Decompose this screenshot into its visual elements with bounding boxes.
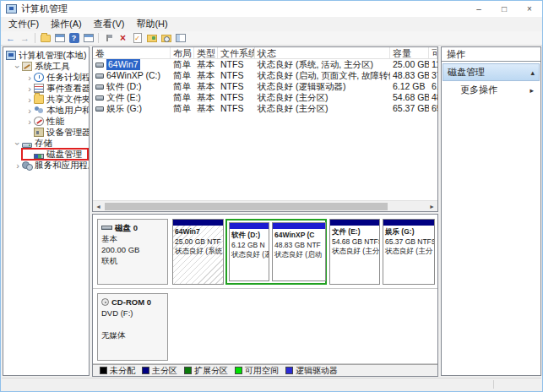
scroll-right-icon[interactable]: ► [426,201,437,212]
column-filesystem[interactable]: 文件系统 [218,47,255,58]
primary-partition-bar [173,220,223,226]
tree-item-disk-management[interactable]: 磁盘管理 [3,149,89,160]
more-actions-item[interactable]: 更多操作 ▸ [442,81,540,99]
tree-item-event-viewer[interactable]: › 事件查看器 [3,83,89,94]
task-scheduler-icon [34,73,44,82]
app-icon [6,4,17,14]
computer-management-window: 计算机管理 – □ × 文件(F) 操作(A) 查看(V) 帮助(H) ← → … [0,0,543,392]
collapse-icon[interactable]: ▴ [530,68,535,77]
primary-partition-bar [383,220,434,226]
horizontal-scrollbar[interactable]: ◄ ► [93,200,437,211]
tree-item-device-manager[interactable]: 设备管理器 [3,127,89,138]
volume-row-file-e[interactable]: 文件 (E:) 简单 基本 NTFS 状态良好 (主分区) 54.68 GB 4… [93,92,437,103]
menu-help[interactable]: 帮助(H) [130,17,173,31]
tree-item-services-apps[interactable]: › 服务和应用程序 [3,160,89,171]
window-title: 计算机管理 [21,3,68,15]
scrollbar-thumb[interactable] [105,203,388,210]
panel-view-icon[interactable] [174,32,187,44]
column-volume[interactable]: 卷 [93,47,171,58]
expander-icon[interactable]: › [25,117,34,126]
expander-icon[interactable]: › [25,106,34,115]
forward-icon[interactable]: → [19,32,31,44]
menu-view[interactable]: 查看(V) [88,17,131,31]
legend-color-swatch [184,367,192,374]
disk0-info[interactable]: 磁盘 0 基本 200.00 GB 联机 [97,219,168,285]
column-type[interactable]: 类型 [194,47,218,58]
shared-folders-icon [34,95,44,104]
partition-64win7[interactable]: 64Win7 25.00 GB NTF 状态良好 (系统 [172,219,224,285]
partition-entertainment-g[interactable]: 娱乐 (G:) 65.37 GB NTFS 状态良好 (主分 [383,219,435,285]
delete-icon[interactable]: × [117,32,129,44]
local-users-groups-icon [34,106,44,115]
volume-row-64winxp[interactable]: 64WinXP (C:) 简单 基本 NTFS 状态良好 (启动, 页面文件, … [93,70,437,81]
tree-item-shared-folders[interactable]: › 共享文件夹 [3,94,89,105]
toolbar: ← → ? × ✓ [1,31,542,46]
column-free[interactable]: 可用 [429,47,437,58]
tree-item-task-scheduler[interactable]: › 任务计划程序 [3,72,89,83]
cdrom-info[interactable]: CD-ROM 0 DVD (F:) 无媒体 [97,293,168,361]
partition-legend: 未分配 主分区 扩展分区 可用空间 逻辑驱动器 [93,364,437,376]
extended-partition-group: 软件 (D:) 6.12 GB N 状态良好 (逻 64WinXP (C 48.… [225,219,327,285]
legend-logical-drive: 逻辑驱动器 [285,365,338,377]
minimize-button[interactable]: – [466,1,491,17]
tree-item-storage[interactable]: › 存储 [3,138,89,149]
help-icon[interactable]: ? [68,32,80,44]
event-viewer-icon [34,84,44,93]
column-status[interactable]: 状态 [255,47,390,58]
performance-icon [34,117,44,126]
show-console-tree-icon[interactable] [39,32,52,44]
console-window-icon[interactable] [53,32,66,44]
expander-icon[interactable]: › [14,139,22,148]
partition-64winxp-c[interactable]: 64WinXP (C 48.83 GB NTF 状态良好 (启动 [272,222,326,281]
row-separator [93,288,437,289]
toolbar-separator [98,33,99,43]
legend-unallocated: 未分配 [100,365,135,377]
action-flag-icon[interactable] [102,32,115,44]
system-tools-icon [22,62,32,71]
expander-icon[interactable]: › [25,74,34,82]
back-icon[interactable]: ← [4,32,17,44]
disk-management-icon [34,154,44,159]
expander-icon[interactable]: › [25,95,34,104]
volume-icon [95,74,104,79]
expander-icon[interactable]: › [14,63,22,71]
submenu-arrow-icon: ▸ [529,86,534,95]
legend-color-swatch [235,367,242,374]
legend-color-swatch [100,367,107,374]
volume-icon [95,63,104,68]
expander-icon[interactable]: › [14,161,22,170]
device-manager-icon [34,128,44,137]
folder-up-icon[interactable] [145,32,158,44]
expander-icon[interactable]: › [25,84,34,93]
legend-free-space: 可用空间 [235,365,279,377]
show-action-pane-icon[interactable] [82,32,95,44]
tree-item-local-users-groups[interactable]: › 本地用户和组 [3,105,89,116]
primary-partition-bar [330,220,379,226]
volume-icon [95,106,104,112]
logical-drive-bar [230,223,269,229]
folder-search-icon[interactable] [160,32,172,44]
partition-software-d[interactable]: 软件 (D:) 6.12 GB N 状态良好 (逻 [229,222,269,281]
properties-icon[interactable]: ✓ [131,32,144,44]
disk0-row: 磁盘 0 基本 200.00 GB 联机 64Win7 25.00 GB NTF… [93,219,437,285]
menu-action[interactable]: 操作(A) [45,17,88,31]
menu-file[interactable]: 文件(F) [3,17,45,31]
console-tree: 计算机管理(本地) › 系统工具 › 任务计划程序 › 事件查看器 › 共享文件… [3,46,90,376]
cdrom-icon [101,298,109,306]
maximize-button[interactable]: □ [491,1,517,17]
column-layout[interactable]: 布局 [171,47,194,58]
storage-icon [22,143,32,148]
tree-item-performance[interactable]: › 性能 [3,116,89,127]
column-capacity[interactable]: 容量 [390,47,429,58]
volume-row-64win7[interactable]: 64Win7 简单 基本 NTFS 状态良好 (系统, 活动, 主分区) 25.… [93,59,437,70]
volume-row-software-d[interactable]: 软件 (D:) 简单 基本 NTFS 状态良好 (逻辑驱动器) 6.12 GB … [93,81,437,92]
tree-item-computer-management[interactable]: 计算机管理(本地) [3,50,89,61]
close-button[interactable]: × [517,1,542,17]
disk-graphical-pane: 磁盘 0 基本 200.00 GB 联机 64Win7 25.00 GB NTF… [92,214,438,377]
tree-item-system-tools[interactable]: › 系统工具 [3,61,89,72]
volume-row-entertainment-g[interactable]: 娱乐 (G:) 简单 基本 NTFS 状态良好 (主分区) 65.37 GB 6… [93,103,437,114]
partition-file-e[interactable]: 文件 (E:) 54.68 GB NTFS 状态良好 (主分 [329,219,380,285]
scroll-left-icon[interactable]: ◄ [93,201,104,212]
title-bar: 计算机管理 – □ × [1,1,542,17]
actions-group-disk-management[interactable]: 磁盘管理 ▴ [443,63,540,81]
